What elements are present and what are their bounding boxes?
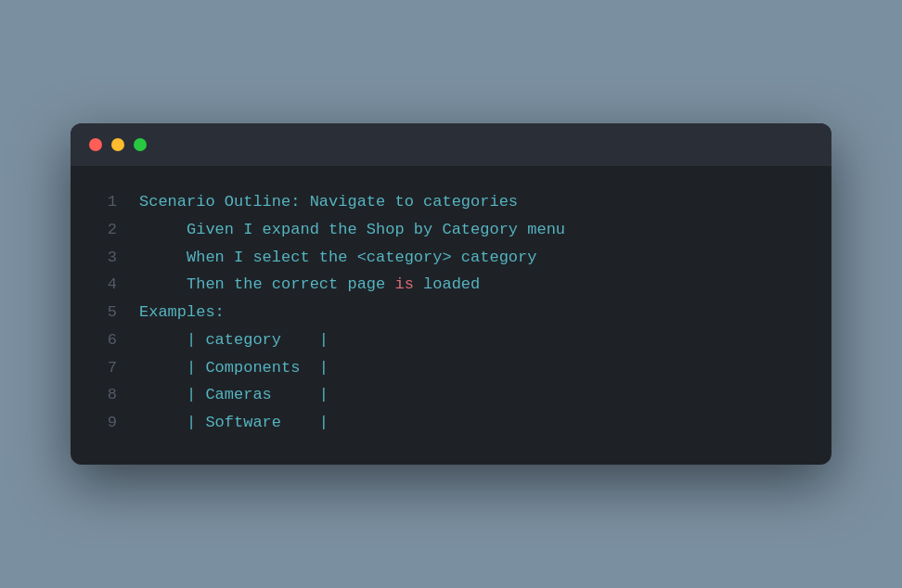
line-number: 6 xyxy=(89,326,117,354)
code-line: 7 | Components | xyxy=(89,354,813,382)
line-number: 2 xyxy=(89,216,117,244)
line-content: | category | xyxy=(139,326,329,354)
line-content: Scenario Outline: Navigate to categories xyxy=(139,188,518,216)
code-line: 9 | Software | xyxy=(89,409,813,437)
keyword: is xyxy=(394,275,413,293)
line-number: 4 xyxy=(89,271,117,299)
line-content: | Cameras | xyxy=(139,381,329,409)
line-number: 9 xyxy=(89,409,117,437)
line-content: When I select the <category> category xyxy=(139,244,536,272)
line-number: 7 xyxy=(89,354,117,382)
code-line: 6 | category | xyxy=(89,326,813,354)
code-line: 4 Then the correct page is loaded xyxy=(89,271,813,299)
code-line: 3 When I select the <category> category xyxy=(89,244,813,272)
line-number: 8 xyxy=(89,381,117,409)
code-line: 5Examples: xyxy=(89,299,813,326)
line-number: 3 xyxy=(89,244,117,272)
line-content: Examples: xyxy=(139,299,225,326)
line-content: | Components | xyxy=(139,354,329,382)
line-number: 5 xyxy=(89,299,117,326)
code-line: 2 Given I expand the Shop by Category me… xyxy=(89,216,813,244)
code-area: 1Scenario Outline: Navigate to categorie… xyxy=(71,166,831,465)
code-editor-window: 1Scenario Outline: Navigate to categorie… xyxy=(71,123,831,465)
code-line: 8 | Cameras | xyxy=(89,381,813,409)
minimize-button[interactable] xyxy=(111,138,124,151)
line-content: Given I expand the Shop by Category menu xyxy=(139,216,565,244)
close-button[interactable] xyxy=(89,138,102,151)
line-number: 1 xyxy=(89,188,117,216)
line-content: Then the correct page is loaded xyxy=(139,271,480,299)
titlebar xyxy=(71,123,831,166)
line-content: | Software | xyxy=(139,409,329,437)
code-line: 1Scenario Outline: Navigate to categorie… xyxy=(89,188,813,216)
maximize-button[interactable] xyxy=(134,138,147,151)
